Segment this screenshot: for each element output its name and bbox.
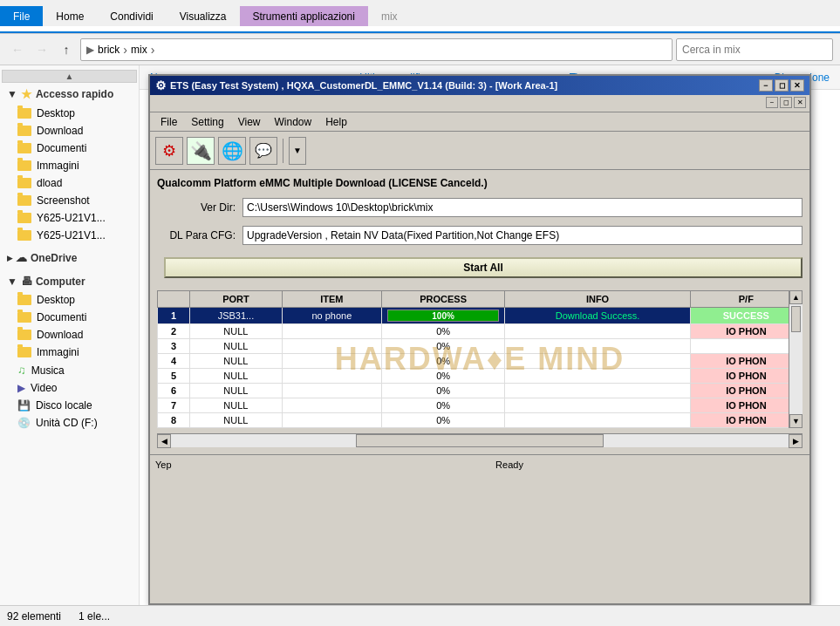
menu-setting[interactable]: Setting — [184, 114, 230, 130]
folder-icon — [17, 143, 31, 153]
tab-condividi[interactable]: Condividi — [97, 6, 166, 26]
main-area: ▲ ▼ ★ Accesso rapido Desktop Download — [0, 65, 840, 605]
sidebar-label-desktop2: Desktop — [37, 294, 75, 306]
folder-icon — [17, 160, 31, 171]
scroll-right-button[interactable]: ▶ — [789, 434, 802, 448]
mdi-close-button[interactable]: ✕ — [794, 97, 806, 108]
back-button[interactable]: ← — [7, 39, 28, 60]
menu-file[interactable]: File — [154, 114, 184, 130]
sidebar-item-y625b[interactable]: Y625-U21V1... — [0, 227, 139, 244]
cell-port: NULL — [190, 339, 283, 354]
address-path[interactable]: ▶ brick › mix › — [80, 38, 673, 61]
path-mix[interactable]: mix — [131, 44, 147, 56]
cell-process: 0% — [381, 413, 504, 428]
scroll-thumb-h[interactable] — [356, 434, 603, 447]
toolbar-http-icon[interactable]: 🌐 — [218, 137, 246, 165]
folder-icon — [17, 126, 31, 136]
menu-help[interactable]: Help — [318, 114, 354, 130]
cell-info — [505, 324, 690, 339]
cell-pf — [690, 339, 802, 354]
scroll-up-button[interactable]: ▲ — [789, 290, 802, 304]
cell-item — [282, 369, 381, 384]
toolbar-dropdown[interactable]: ▼ — [289, 137, 306, 165]
restore-button[interactable]: ◻ — [775, 79, 789, 92]
forward-button[interactable]: → — [31, 39, 52, 60]
up-button[interactable]: ↑ — [56, 39, 77, 60]
ribbon-tabs: File Home Condividi Visualizza Strumenti… — [0, 0, 840, 26]
folder-icon — [17, 178, 31, 188]
cell-info — [505, 413, 690, 428]
sidebar-item-y625a[interactable]: Y625-U21V1... — [0, 209, 139, 227]
tab-visualizza[interactable]: Visualizza — [167, 6, 240, 26]
minimize-button[interactable]: − — [759, 79, 773, 92]
sidebar-item-immagini1[interactable]: Immagini — [0, 157, 139, 174]
toolbar-usb-icon[interactable]: 🔌 — [187, 137, 215, 165]
tab-home[interactable]: Home — [43, 6, 97, 26]
cd-icon: 💿 — [17, 417, 31, 429]
sidebar-item-immagini2[interactable]: Immagini — [0, 344, 139, 361]
tab-file[interactable]: File — [0, 6, 43, 26]
scroll-track — [789, 304, 802, 414]
start-all-button[interactable]: Start All — [164, 257, 802, 278]
cell-pf: IO PHON — [690, 384, 802, 398]
quick-access-header[interactable]: ▼ ★ Accesso rapido — [0, 84, 139, 105]
sidebar-item-musica[interactable]: ♫ Musica — [0, 361, 139, 379]
sidebar-item-documenti1[interactable]: Documenti — [0, 139, 139, 157]
path-brick[interactable]: brick — [98, 44, 120, 56]
ets-statusbar: Yep Ready — [150, 454, 809, 473]
ver-dir-label: Ver Dir: — [157, 201, 236, 214]
table-header-row: PORT ITEM PROCESS INFO P/F — [158, 291, 802, 308]
onedrive-label: OneDrive — [31, 252, 77, 264]
scroll-left-button[interactable]: ◀ — [157, 434, 171, 448]
sidebar-item-screenshot[interactable]: Screenshot — [0, 192, 139, 209]
toolbar-msg-icon[interactable]: 💬 — [249, 137, 277, 165]
scroll-down-button[interactable]: ▼ — [789, 414, 802, 428]
sidebar-item-desktop2[interactable]: Desktop — [0, 291, 139, 309]
search-input[interactable] — [676, 38, 833, 61]
cell-num: 1 — [158, 308, 190, 324]
folder-icon — [17, 195, 31, 206]
mdi-min-button[interactable]: − — [766, 97, 778, 108]
sidebar-item-disco[interactable]: 💾 Disco locale — [0, 397, 139, 414]
cell-num: 2 — [158, 324, 190, 339]
cell-info — [505, 354, 690, 369]
cell-port: NULL — [190, 324, 283, 339]
cell-process: 100% — [381, 308, 504, 324]
computer-arrow: ▼ — [7, 276, 17, 288]
toolbar-set-icon[interactable]: ⚙ — [155, 137, 183, 165]
tab-mix[interactable]: mix — [368, 6, 411, 26]
sidebar-item-cd[interactable]: 💿 Unità CD (F:) — [0, 414, 139, 432]
sidebar-item-video[interactable]: ▶ Video — [0, 379, 139, 397]
cell-info — [505, 369, 690, 384]
ets-scrollbar-v[interactable]: ▲ ▼ — [789, 290, 802, 428]
sidebar-label-documenti1: Documenti — [37, 142, 86, 154]
sidebar-item-documenti2[interactable]: Documenti — [0, 309, 139, 326]
sidebar-item-desktop1[interactable]: Desktop — [0, 105, 139, 122]
quick-access-section: ▼ ★ Accesso rapido Desktop Download Docu… — [0, 84, 139, 244]
cell-item — [282, 354, 381, 369]
sidebar-label-y625a: Y625-U21V1... — [37, 212, 106, 224]
cell-info — [505, 398, 690, 413]
th-info: INFO — [505, 291, 690, 308]
scroll-thumb[interactable] — [791, 306, 801, 332]
computer-icon: 🖶 — [21, 275, 32, 288]
sidebar-item-download2[interactable]: Download — [0, 326, 139, 344]
cell-pf: IO PHON — [690, 413, 802, 428]
computer-header[interactable]: ▼ 🖶 Computer — [0, 271, 139, 291]
sidebar-label-dload: dload — [37, 177, 62, 189]
table-row: 2NULL0%IO PHON — [158, 324, 802, 339]
table-row: 5NULL0%IO PHON — [158, 369, 802, 384]
sidebar-label-musica: Musica — [31, 364, 65, 377]
th-port: PORT — [190, 291, 283, 308]
sidebar-item-dload[interactable]: dload — [0, 174, 139, 192]
close-button[interactable]: ✕ — [790, 79, 804, 92]
mdi-max-button[interactable]: ◻ — [780, 97, 792, 108]
item-count: 92 elementi — [7, 610, 61, 623]
tab-strumenti[interactable]: Strumenti applicazioni — [240, 6, 368, 26]
onedrive-header[interactable]: ▸ ☁ OneDrive — [0, 248, 139, 268]
sidebar-scroll-up[interactable]: ▲ — [2, 70, 137, 83]
sidebar-label-download2: Download — [37, 329, 83, 341]
menu-view[interactable]: View — [231, 114, 268, 130]
menu-window[interactable]: Window — [268, 114, 319, 130]
sidebar-item-download1[interactable]: Download — [0, 122, 139, 139]
